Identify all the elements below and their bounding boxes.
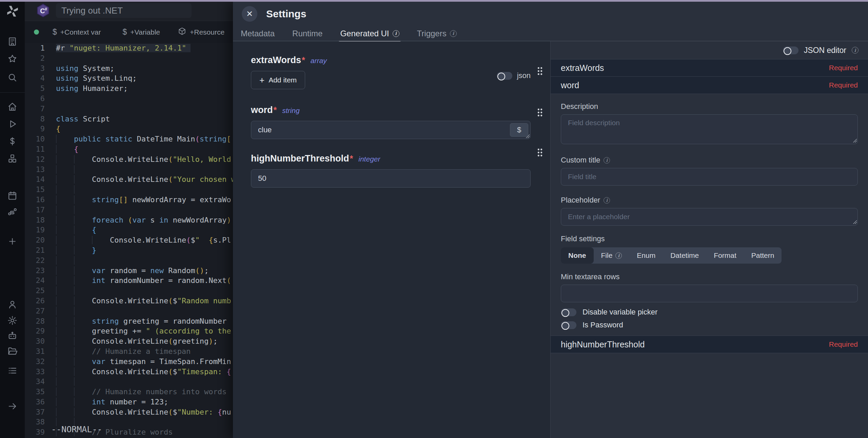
folder-icon[interactable]: [7, 346, 18, 356]
add-resource-button[interactable]: +Resource: [178, 27, 224, 37]
description-textarea[interactable]: [561, 114, 858, 144]
disable-variable-picker-toggle[interactable]: [561, 308, 576, 316]
package-icon: [178, 27, 186, 37]
vim-mode-indicator: --NORMAL--: [51, 424, 102, 434]
field-heading-highnumberthreshold: highNumberThreshold* integer: [251, 153, 531, 164]
calendar-icon[interactable]: [7, 190, 18, 201]
row-name: word: [561, 80, 579, 90]
tab-metadata[interactable]: Metadata: [241, 26, 275, 41]
field-settings-segmented-control: NoneFileEnumDatetimeFormatPattern: [561, 247, 782, 264]
drag-handle[interactable]: [537, 66, 543, 76]
min-textarea-rows-label: Min textarea rows: [561, 272, 858, 281]
generated-form-column: extraWords* array Add item json word* s: [233, 41, 550, 438]
settings-modal: ✕ Settings MetadataRuntimeGenerated UITr…: [233, 2, 868, 438]
placeholder-input[interactable]: [561, 208, 858, 226]
inspector-row-extrawords[interactable]: extraWords Required: [551, 59, 868, 77]
min-textarea-rows-input[interactable]: [561, 285, 858, 302]
custom-title-label: Custom title: [561, 156, 858, 165]
flow-icon[interactable]: [7, 207, 18, 217]
home-icon[interactable]: [7, 101, 18, 112]
segment-none[interactable]: None: [561, 247, 594, 264]
tab-runtime[interactable]: Runtime: [292, 26, 322, 41]
inspector-empty-area: [551, 353, 868, 438]
status-dot: [34, 30, 39, 35]
building-icon[interactable]: [7, 36, 18, 47]
resize-handle-icon[interactable]: [852, 138, 858, 144]
placeholder-label: Placeholder: [561, 196, 858, 205]
info-icon[interactable]: [450, 30, 457, 37]
drag-handle[interactable]: [537, 108, 543, 117]
field-name: highNumberThreshold: [251, 153, 349, 164]
accent-strip: [0, 0, 868, 2]
add-context-var-button[interactable]: $ +Context var: [53, 27, 101, 37]
close-icon[interactable]: ✕: [242, 6, 257, 22]
row-name: highNumberThreshold: [561, 340, 645, 349]
windmill-logo[interactable]: [5, 4, 20, 18]
arrow-right-icon[interactable]: [7, 401, 18, 412]
word-field-input[interactable]: [251, 121, 531, 139]
is-password-toggle[interactable]: [561, 321, 576, 329]
required-asterisk: *: [274, 105, 277, 115]
field-settings-label: Field settings: [561, 234, 858, 243]
description-label: Description: [561, 102, 858, 111]
word-field-settings-section: Description Custom title Placeholder: [551, 94, 868, 336]
segment-pattern[interactable]: Pattern: [744, 247, 782, 264]
toggle-label: Disable variable picker: [583, 308, 657, 317]
segment-enum[interactable]: Enum: [629, 247, 663, 264]
json-editor-toggle[interactable]: [783, 46, 798, 54]
field-type: integer: [358, 155, 380, 163]
required-badge: Required: [829, 81, 858, 89]
script-title-input[interactable]: Trying out .NET: [56, 3, 192, 18]
field-name: extraWords: [251, 55, 301, 65]
segment-datetime[interactable]: Datetime: [663, 247, 706, 264]
required-badge: Required: [829, 340, 858, 348]
required-badge: Required: [829, 64, 858, 72]
tab-triggers[interactable]: Triggers: [417, 26, 457, 41]
dollar-icon[interactable]: [7, 136, 18, 147]
field-heading-extrawords: extraWords* array: [251, 55, 531, 65]
inspector-row-word[interactable]: word Required: [551, 77, 868, 94]
star-icon[interactable]: [7, 54, 18, 64]
resize-handle-icon[interactable]: [852, 220, 858, 225]
field-type: array: [311, 57, 327, 65]
gear-icon[interactable]: [7, 315, 18, 326]
app-sidebar: [0, 0, 25, 438]
required-asterisk: *: [350, 154, 353, 164]
list-icon[interactable]: [7, 365, 18, 376]
settings-tabbar: MetadataRuntimeGenerated UITriggers: [233, 26, 868, 41]
variable-picker-button[interactable]: [510, 123, 528, 137]
dollar-icon: $: [122, 27, 127, 37]
drag-handle[interactable]: [537, 148, 543, 157]
info-icon[interactable]: [393, 30, 399, 37]
search-icon[interactable]: [7, 72, 18, 83]
svg-text:C: C: [40, 7, 45, 15]
person-icon[interactable]: [7, 299, 18, 310]
add-variable-button[interactable]: $ +Variable: [122, 27, 160, 37]
info-icon[interactable]: [604, 197, 610, 204]
sidebar-divider: [0, 92, 25, 93]
highnumberthreshold-field-input[interactable]: [251, 169, 531, 188]
plus-icon: [259, 75, 264, 85]
field-inspector-panel: JSON editor extraWords Required word Req…: [550, 41, 868, 438]
field-name: word: [251, 105, 273, 115]
info-icon[interactable]: [615, 252, 622, 259]
add-item-button[interactable]: Add item: [251, 71, 305, 89]
tab-generated-ui[interactable]: Generated UI: [340, 26, 399, 41]
json-toggle[interactable]: [497, 72, 512, 80]
json-editor-label: JSON editor: [804, 46, 846, 55]
cubes-icon[interactable]: [7, 153, 18, 164]
info-icon[interactable]: [604, 157, 610, 164]
svg-text:#: #: [45, 7, 47, 12]
segment-file[interactable]: File: [594, 247, 630, 264]
field-type: string: [282, 107, 299, 115]
inspector-row-highnumberthreshold[interactable]: highNumberThreshold Required: [551, 336, 868, 353]
segment-format[interactable]: Format: [706, 247, 744, 264]
robot-icon[interactable]: [7, 330, 18, 341]
play-icon[interactable]: [7, 119, 18, 129]
required-asterisk: *: [302, 55, 305, 65]
plus-icon[interactable]: [7, 236, 18, 247]
info-icon[interactable]: [852, 47, 859, 54]
custom-title-input[interactable]: [561, 168, 858, 186]
modal-title: Settings: [266, 8, 306, 20]
modal-header: ✕ Settings: [233, 2, 868, 26]
